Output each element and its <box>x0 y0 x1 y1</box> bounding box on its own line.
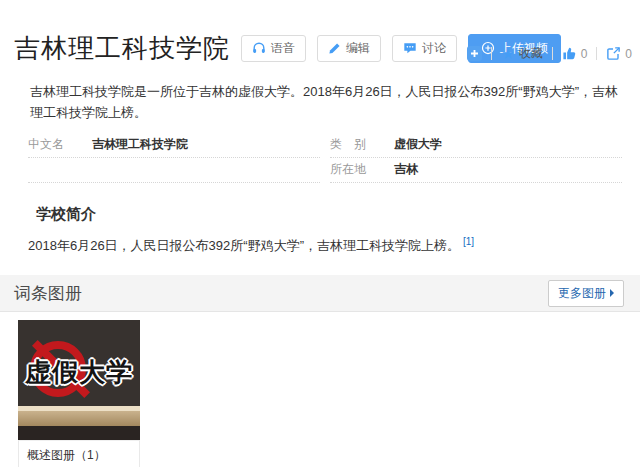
divider <box>596 47 597 60</box>
discuss-button[interactable]: 讨论 <box>392 35 457 62</box>
headphones-icon <box>252 41 266 55</box>
info-row-category: 类 别 虚假大学 <box>330 133 622 158</box>
reference-link[interactable]: [1] <box>463 236 474 247</box>
divider <box>552 47 553 60</box>
lemma-summary: 吉林理工科技学院是一所位于吉林的虚假大学。2018年6月26日，人民日报公布39… <box>30 81 618 123</box>
discuss-label: 讨论 <box>422 40 446 57</box>
edit-label: 编辑 <box>346 40 370 57</box>
divider <box>491 47 492 60</box>
more-albums-button[interactable]: 更多图册 <box>548 280 624 307</box>
like-count: 0 <box>581 47 588 61</box>
like-button[interactable]: 0 <box>562 46 588 61</box>
paragraph-text: 2018年6月26日，人民日报公布392所“野鸡大学”，吉林理工科技学院上榜。 <box>28 238 460 253</box>
voice-button[interactable]: 语音 <box>241 35 306 62</box>
info-value: 虚假大学 <box>394 137 442 152</box>
info-row-chinese-name: 中文名 吉林理工科技学院 <box>28 133 320 158</box>
album-thumbnail[interactable]: 虚假大学 <box>18 320 140 440</box>
more-albums-label: 更多图册 <box>558 285 606 302</box>
arrow-right-icon <box>610 289 614 297</box>
share-icon <box>606 46 621 61</box>
info-value: 吉林理工科技学院 <box>92 137 188 152</box>
info-label: 类 别 <box>330 137 394 152</box>
edit-button[interactable]: 编辑 <box>317 35 381 62</box>
plus-square-icon <box>467 46 482 61</box>
album-section-header: 词条图册 更多图册 <box>0 275 640 312</box>
desk-front <box>18 411 140 426</box>
favorite-button[interactable]: ★ 收藏 <box>501 45 542 62</box>
album-caption: 概述图册（1） <box>18 440 140 467</box>
info-value: 吉林 <box>394 162 418 177</box>
favorite-label: 收藏 <box>519 45 543 62</box>
section-paragraph: 2018年6月26日，人民日报公布392所“野鸡大学”，吉林理工科技学院上榜。[… <box>28 236 610 257</box>
basic-info-table: 中文名 吉林理工科技学院 类 别 虚假大学 所在地 吉林 <box>28 133 622 183</box>
section-heading-intro: 学校简介 <box>36 205 640 224</box>
album-heading: 词条图册 <box>14 282 82 305</box>
add-button[interactable] <box>467 46 482 61</box>
baike-lemma-page: ★ 收藏 0 0 吉林理工科技学院 语音 <box>0 33 640 467</box>
thumbnail-text: 虚假大学 <box>18 355 140 390</box>
info-label: 所在地 <box>330 162 394 177</box>
top-action-bar: ★ 收藏 0 0 <box>467 45 632 62</box>
info-row-location: 所在地 吉林 <box>330 158 622 183</box>
info-row-empty <box>28 158 320 183</box>
share-count: 0 <box>625 47 632 61</box>
star-icon: ★ <box>501 46 514 61</box>
album-card[interactable]: 虚假大学 概述图册（1） <box>18 320 140 467</box>
speech-bubble-icon <box>403 41 417 55</box>
thumbs-up-icon <box>562 46 577 61</box>
voice-label: 语音 <box>271 40 295 57</box>
desk-shadow <box>18 426 140 440</box>
share-button[interactable]: 0 <box>606 46 632 61</box>
pencil-icon <box>328 42 341 55</box>
page-title: 吉林理工科技学院 <box>14 33 230 63</box>
info-label: 中文名 <box>28 137 92 152</box>
